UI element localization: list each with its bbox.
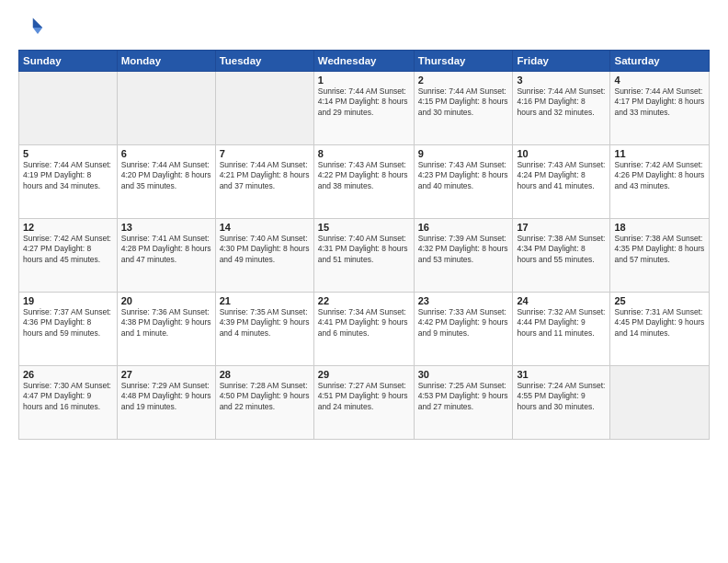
day-cell: 20Sunrise: 7:36 AM Sunset: 4:38 PM Dayli… xyxy=(117,293,215,366)
day-cell: 13Sunrise: 7:41 AM Sunset: 4:28 PM Dayli… xyxy=(117,219,215,293)
day-cell: 27Sunrise: 7:29 AM Sunset: 4:48 PM Dayli… xyxy=(117,366,215,440)
day-cell: 6Sunrise: 7:44 AM Sunset: 4:20 PM Daylig… xyxy=(117,145,215,219)
day-cell: 4Sunrise: 7:44 AM Sunset: 4:17 PM Daylig… xyxy=(610,72,710,145)
day-number: 29 xyxy=(318,369,410,380)
day-number: 31 xyxy=(517,369,606,380)
day-header-monday: Monday xyxy=(117,51,215,72)
day-info: Sunrise: 7:29 AM Sunset: 4:48 PM Dayligh… xyxy=(121,381,211,412)
day-number: 28 xyxy=(220,369,310,380)
day-info: Sunrise: 7:43 AM Sunset: 4:22 PM Dayligh… xyxy=(318,160,410,191)
week-row-1: 1Sunrise: 7:44 AM Sunset: 4:14 PM Daylig… xyxy=(19,72,710,145)
day-info: Sunrise: 7:44 AM Sunset: 4:14 PM Dayligh… xyxy=(318,86,410,118)
day-info: Sunrise: 7:25 AM Sunset: 4:53 PM Dayligh… xyxy=(418,381,509,412)
week-row-5: 26Sunrise: 7:30 AM Sunset: 4:47 PM Dayli… xyxy=(19,366,710,440)
day-info: Sunrise: 7:35 AM Sunset: 4:39 PM Dayligh… xyxy=(220,307,310,339)
svg-marker-1 xyxy=(33,28,43,34)
day-cell: 15Sunrise: 7:40 AM Sunset: 4:31 PM Dayli… xyxy=(313,219,414,293)
day-cell xyxy=(19,72,118,145)
day-number: 4 xyxy=(614,75,705,86)
day-cell: 5Sunrise: 7:44 AM Sunset: 4:19 PM Daylig… xyxy=(19,145,118,219)
day-header-wednesday: Wednesday xyxy=(313,51,414,72)
day-info: Sunrise: 7:36 AM Sunset: 4:38 PM Dayligh… xyxy=(121,307,211,339)
day-cell: 11Sunrise: 7:42 AM Sunset: 4:26 PM Dayli… xyxy=(610,145,710,219)
day-info: Sunrise: 7:42 AM Sunset: 4:26 PM Dayligh… xyxy=(614,160,705,191)
day-number: 15 xyxy=(318,222,410,233)
day-info: Sunrise: 7:34 AM Sunset: 4:41 PM Dayligh… xyxy=(318,307,410,339)
day-number: 13 xyxy=(121,222,211,233)
day-number: 18 xyxy=(614,222,705,233)
day-cell: 22Sunrise: 7:34 AM Sunset: 4:41 PM Dayli… xyxy=(313,293,414,366)
day-info: Sunrise: 7:40 AM Sunset: 4:31 PM Dayligh… xyxy=(318,234,410,265)
day-cell: 25Sunrise: 7:31 AM Sunset: 4:45 PM Dayli… xyxy=(610,293,710,366)
day-cell: 26Sunrise: 7:30 AM Sunset: 4:47 PM Dayli… xyxy=(19,366,118,440)
day-number: 10 xyxy=(517,148,606,159)
day-info: Sunrise: 7:42 AM Sunset: 4:27 PM Dayligh… xyxy=(23,234,113,265)
day-cell: 24Sunrise: 7:32 AM Sunset: 4:44 PM Dayli… xyxy=(513,293,610,366)
day-info: Sunrise: 7:33 AM Sunset: 4:42 PM Dayligh… xyxy=(418,307,509,339)
day-number: 19 xyxy=(23,295,113,306)
day-number: 5 xyxy=(23,148,113,159)
week-row-2: 5Sunrise: 7:44 AM Sunset: 4:19 PM Daylig… xyxy=(19,145,710,219)
day-number: 26 xyxy=(23,369,113,380)
day-cell: 18Sunrise: 7:38 AM Sunset: 4:35 PM Dayli… xyxy=(610,219,710,293)
calendar-table: SundayMondayTuesdayWednesdayThursdayFrid… xyxy=(18,50,710,440)
day-info: Sunrise: 7:32 AM Sunset: 4:44 PM Dayligh… xyxy=(517,307,606,339)
day-number: 20 xyxy=(121,295,211,306)
day-cell: 21Sunrise: 7:35 AM Sunset: 4:39 PM Dayli… xyxy=(215,293,313,366)
day-number: 17 xyxy=(517,222,606,233)
day-info: Sunrise: 7:38 AM Sunset: 4:35 PM Dayligh… xyxy=(614,234,705,265)
day-number: 9 xyxy=(418,148,509,159)
day-number: 6 xyxy=(121,148,211,159)
day-number: 30 xyxy=(418,369,509,380)
day-number: 1 xyxy=(318,75,410,86)
day-number: 24 xyxy=(517,295,606,306)
day-cell: 28Sunrise: 7:28 AM Sunset: 4:50 PM Dayli… xyxy=(215,366,313,440)
day-number: 3 xyxy=(517,75,606,86)
day-header-saturday: Saturday xyxy=(610,51,710,72)
day-cell: 7Sunrise: 7:44 AM Sunset: 4:21 PM Daylig… xyxy=(215,145,313,219)
day-number: 8 xyxy=(318,148,410,159)
day-number: 23 xyxy=(418,295,509,306)
day-number: 27 xyxy=(121,369,211,380)
day-info: Sunrise: 7:37 AM Sunset: 4:36 PM Dayligh… xyxy=(23,307,113,339)
day-number: 25 xyxy=(614,295,705,306)
day-cell xyxy=(117,72,215,145)
day-cell: 12Sunrise: 7:42 AM Sunset: 4:27 PM Dayli… xyxy=(19,219,118,293)
day-cell: 30Sunrise: 7:25 AM Sunset: 4:53 PM Dayli… xyxy=(414,366,513,440)
week-row-4: 19Sunrise: 7:37 AM Sunset: 4:36 PM Dayli… xyxy=(19,293,710,366)
day-info: Sunrise: 7:44 AM Sunset: 4:19 PM Dayligh… xyxy=(23,160,113,191)
day-info: Sunrise: 7:31 AM Sunset: 4:45 PM Dayligh… xyxy=(614,307,705,339)
day-cell xyxy=(215,72,313,145)
day-cell: 31Sunrise: 7:24 AM Sunset: 4:55 PM Dayli… xyxy=(513,366,610,440)
day-cell: 3Sunrise: 7:44 AM Sunset: 4:16 PM Daylig… xyxy=(513,72,610,145)
day-cell: 2Sunrise: 7:44 AM Sunset: 4:15 PM Daylig… xyxy=(414,72,513,145)
day-number: 2 xyxy=(418,75,509,86)
day-header-thursday: Thursday xyxy=(414,51,513,72)
day-info: Sunrise: 7:43 AM Sunset: 4:23 PM Dayligh… xyxy=(418,160,509,191)
day-info: Sunrise: 7:40 AM Sunset: 4:30 PM Dayligh… xyxy=(220,234,310,265)
day-cell: 10Sunrise: 7:43 AM Sunset: 4:24 PM Dayli… xyxy=(513,145,610,219)
day-info: Sunrise: 7:44 AM Sunset: 4:20 PM Dayligh… xyxy=(121,160,211,191)
svg-marker-0 xyxy=(33,18,43,29)
day-cell: 14Sunrise: 7:40 AM Sunset: 4:30 PM Dayli… xyxy=(215,219,313,293)
day-info: Sunrise: 7:44 AM Sunset: 4:16 PM Dayligh… xyxy=(517,86,606,118)
page: SundayMondayTuesdayWednesdayThursdayFrid… xyxy=(0,0,728,563)
day-cell: 16Sunrise: 7:39 AM Sunset: 4:32 PM Dayli… xyxy=(414,219,513,293)
day-info: Sunrise: 7:30 AM Sunset: 4:47 PM Dayligh… xyxy=(23,381,113,412)
day-info: Sunrise: 7:44 AM Sunset: 4:17 PM Dayligh… xyxy=(614,86,705,118)
day-cell: 23Sunrise: 7:33 AM Sunset: 4:42 PM Dayli… xyxy=(414,293,513,366)
day-cell: 1Sunrise: 7:44 AM Sunset: 4:14 PM Daylig… xyxy=(313,72,414,145)
day-header-friday: Friday xyxy=(513,51,610,72)
logo-icon xyxy=(18,15,44,40)
day-number: 14 xyxy=(220,222,310,233)
week-row-3: 12Sunrise: 7:42 AM Sunset: 4:27 PM Dayli… xyxy=(19,219,710,293)
day-header-sunday: Sunday xyxy=(19,51,118,72)
day-info: Sunrise: 7:38 AM Sunset: 4:34 PM Dayligh… xyxy=(517,234,606,265)
day-header-tuesday: Tuesday xyxy=(215,51,313,72)
day-info: Sunrise: 7:24 AM Sunset: 4:55 PM Dayligh… xyxy=(517,381,606,412)
day-info: Sunrise: 7:43 AM Sunset: 4:24 PM Dayligh… xyxy=(517,160,606,191)
day-number: 12 xyxy=(23,222,113,233)
day-cell: 19Sunrise: 7:37 AM Sunset: 4:36 PM Dayli… xyxy=(19,293,118,366)
day-cell: 9Sunrise: 7:43 AM Sunset: 4:23 PM Daylig… xyxy=(414,145,513,219)
header xyxy=(18,15,710,40)
